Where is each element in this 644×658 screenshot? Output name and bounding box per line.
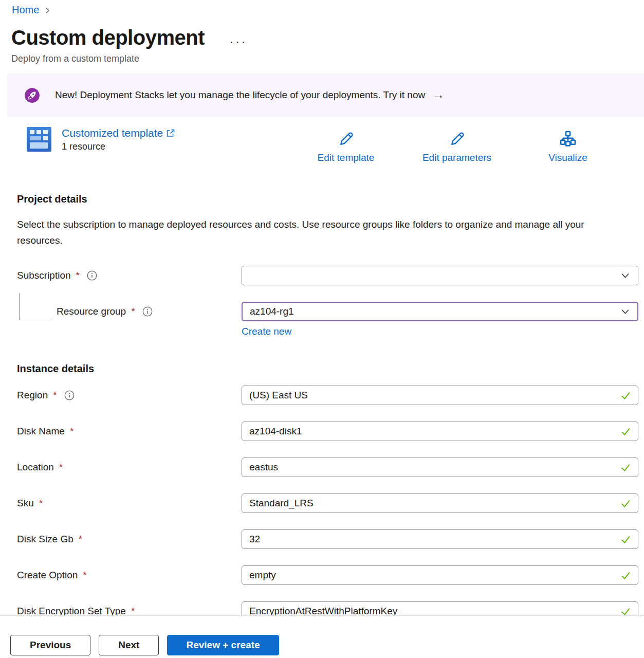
pencil-icon (448, 130, 466, 149)
project-details-heading: Project details (17, 193, 644, 205)
more-options-ellipsis-icon[interactable]: ··· (229, 39, 247, 44)
field-connector-line (19, 293, 52, 320)
arrow-right-icon[interactable]: → (432, 88, 444, 102)
location-row: Location * (17, 458, 638, 477)
footer-action-bar: Previous Next Review + create (0, 615, 644, 658)
required-marker: * (83, 570, 86, 581)
next-button[interactable]: Next (99, 635, 159, 655)
required-marker: * (70, 426, 73, 437)
info-icon[interactable] (142, 306, 153, 317)
create-option-label: Create Option (17, 570, 78, 581)
create-new-link[interactable]: Create new (242, 326, 291, 337)
sku-label: Sku (17, 498, 34, 509)
info-icon[interactable] (64, 390, 75, 400)
required-marker: * (53, 390, 57, 401)
resource-group-row: Resource group * az104-rg1 (17, 302, 638, 321)
customized-template-label: Customized template (62, 127, 163, 139)
create-option-input[interactable] (242, 565, 638, 585)
region-input[interactable] (242, 386, 638, 405)
valid-check-icon (620, 462, 631, 473)
resource-group-label: Resource group (57, 306, 126, 317)
edit-template-label: Edit template (318, 152, 375, 163)
edit-parameters-button[interactable]: Edit parameters (401, 130, 512, 163)
valid-check-icon (620, 498, 631, 509)
chevron-right-icon (44, 7, 51, 14)
previous-button[interactable]: Previous (10, 635, 90, 655)
info-icon[interactable] (87, 270, 97, 281)
instance-details-heading: Instance details (17, 363, 644, 375)
required-marker: * (76, 270, 80, 281)
sku-input[interactable] (242, 494, 638, 513)
visualize-label: Visualize (548, 152, 587, 163)
resource-group-select[interactable]: az104-rg1 (242, 302, 638, 321)
required-marker: * (59, 462, 63, 473)
page-title: Custom deployment (11, 26, 205, 49)
project-details-description: Select the subscription to manage deploy… (17, 216, 611, 248)
pencil-icon (337, 130, 355, 149)
template-summary: Customized template 1 resource Edit temp… (27, 127, 623, 163)
sku-row: Sku * (17, 494, 638, 513)
valid-check-icon (620, 426, 631, 437)
valid-check-icon (620, 570, 631, 581)
required-marker: * (131, 306, 135, 317)
disk-size-label: Disk Size Gb (17, 534, 73, 545)
page-subtitle: Deploy from a custom template (11, 53, 644, 64)
subscription-row: Subscription * (17, 266, 638, 285)
region-row: Region * (17, 386, 638, 405)
custom-deployment-page: Home Custom deployment ··· Deploy from a… (0, 0, 644, 658)
location-label: Location (17, 462, 54, 473)
hierarchy-icon (559, 130, 577, 149)
disk-size-input[interactable] (242, 529, 638, 549)
deployment-stacks-banner[interactable]: New! Deployment Stacks let you manage th… (7, 74, 644, 117)
valid-check-icon (620, 534, 631, 545)
external-link-icon (167, 129, 175, 137)
breadcrumb-home-link[interactable]: Home (12, 4, 39, 16)
customized-template-link[interactable]: Customized template (62, 127, 175, 139)
valid-check-icon (620, 390, 631, 401)
template-icon (27, 127, 51, 152)
disk-name-label: Disk Name (17, 426, 65, 437)
resource-count: 1 resource (62, 141, 175, 152)
subscription-label: Subscription (17, 270, 71, 281)
banner-message: New! Deployment Stacks let you manage th… (55, 89, 425, 101)
rocket-icon (25, 88, 40, 103)
edit-template-button[interactable]: Edit template (290, 130, 401, 163)
review-create-button[interactable]: Review + create (167, 635, 279, 655)
disk-size-row: Disk Size Gb * (17, 529, 638, 549)
breadcrumb: Home (0, 0, 644, 16)
disk-name-row: Disk Name * (17, 422, 638, 441)
subscription-select[interactable] (242, 266, 638, 285)
location-input[interactable] (242, 458, 638, 477)
disk-name-input[interactable] (242, 422, 638, 441)
create-option-row: Create Option * (17, 565, 638, 585)
resource-group-value: az104-rg1 (250, 306, 294, 317)
visualize-button[interactable]: Visualize (512, 130, 623, 163)
region-label: Region (17, 390, 48, 401)
required-marker: * (39, 498, 43, 509)
edit-parameters-label: Edit parameters (422, 152, 491, 163)
required-marker: * (79, 534, 82, 545)
